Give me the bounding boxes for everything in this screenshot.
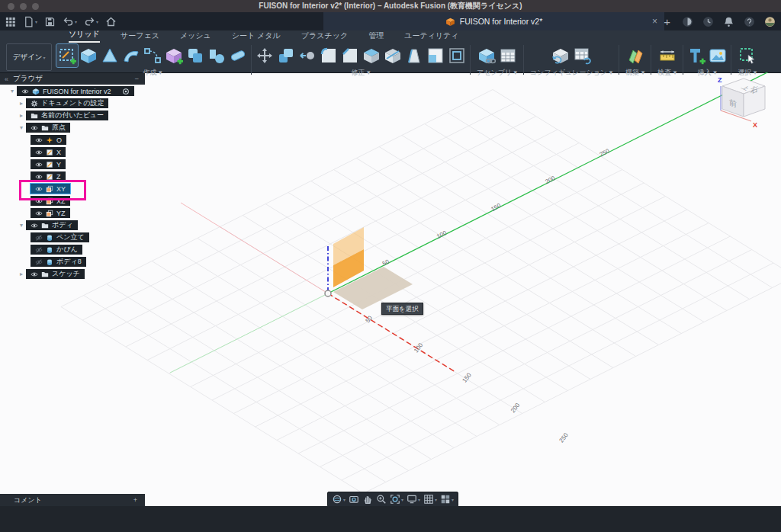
draft-icon[interactable] [403,44,425,67]
avatar-icon[interactable] [763,15,776,28]
extrude-icon[interactable] [78,44,99,67]
expand-arrow-icon[interactable]: ▸ [17,100,26,107]
collapse-arrow-icon[interactable]: ▾ [17,222,26,229]
apps-grid-icon[interactable] [5,16,16,27]
visibility-eye-icon[interactable] [35,161,43,168]
chamfer-icon[interactable] [339,44,361,67]
measure-icon[interactable] [657,44,678,67]
visibility-eye-icon[interactable] [31,271,38,278]
pipe-icon[interactable] [227,44,249,67]
new-component-icon[interactable] [476,44,497,67]
visibility-eye-icon[interactable] [31,124,38,132]
shell-icon[interactable] [361,44,382,67]
zoom-icon[interactable] [375,493,387,505]
recent-icon[interactable] [702,15,715,28]
notifications-icon[interactable] [722,15,735,28]
scale-icon[interactable] [425,44,446,67]
help-icon[interactable] [743,15,756,28]
display-settings-icon[interactable]: ▾ [406,493,421,505]
primitive-box-icon[interactable] [185,44,206,67]
collapse-arrow-icon[interactable]: ▾ [8,88,17,95]
fillet-icon[interactable] [318,44,339,67]
comments-bar[interactable]: コメント + [0,494,145,506]
browser-item-plane-yz[interactable]: YZ [31,208,70,218]
grid-settings-icon[interactable]: ▾ [423,493,438,505]
browser-item-root[interactable]: FUISON for Interior v2 [17,86,134,96]
create-sketch-icon[interactable] [56,44,78,67]
origin-point[interactable] [325,290,331,296]
visibility-eye-icon[interactable] [35,210,43,217]
joint-icon[interactable] [497,44,519,67]
loft-icon[interactable] [99,44,121,67]
undo-icon[interactable]: ▾ [63,16,77,27]
press-pull-icon[interactable] [275,44,297,67]
select-icon[interactable] [737,44,758,67]
minimize-panel-icon[interactable]: − [134,75,139,83]
browser-row-axis-x: X [0,147,134,157]
derive-icon[interactable] [142,44,163,67]
browser-item-document-settings[interactable]: ドキュメントの設定 [26,98,108,108]
browser-item-body-8[interactable]: ボディ8 [31,257,86,267]
browser-item-body-vase[interactable]: かびん [31,245,82,255]
ribbon-tab-2[interactable]: メッシュ [180,30,211,43]
expand-arrow-icon[interactable]: ▸ [17,112,26,119]
gear-icon [31,100,38,107]
insert-canvas-icon[interactable] [707,44,728,67]
collapse-panel-icon[interactable]: « [5,75,8,83]
construct-plane-icon[interactable] [625,44,646,67]
insert-decal-icon[interactable] [686,44,707,67]
browser-item-sketches[interactable]: スケッチ [26,269,85,279]
visibility-eye-icon[interactable] [21,88,29,95]
configure-design-icon[interactable] [550,44,571,67]
add-comment-icon[interactable]: + [133,496,137,504]
browser-item-axis-x[interactable]: X [31,147,66,157]
document-tab[interactable]: FUISON for Interior v2* × [323,12,664,30]
home-icon[interactable] [105,16,117,27]
browser-item-origin[interactable]: 原点 [26,123,70,133]
sweep-icon[interactable] [121,44,142,67]
browser-item-named-views[interactable]: 名前の付いたビュー [26,111,108,120]
move-icon[interactable] [254,44,275,67]
ribbon-tab-6[interactable]: ユーティリティ [404,30,458,43]
browser-panel-header[interactable]: « ブラウザ − [0,73,145,85]
browser-item-origin-o[interactable]: O [31,135,66,145]
fit-icon[interactable]: ▾ [389,493,404,505]
ribbon-tab-5[interactable]: 管理 [368,30,384,43]
visibility-eye-icon[interactable] [31,222,38,229]
split-body-icon[interactable] [382,44,403,67]
job-status-icon[interactable] [681,15,694,28]
quick-access-toolbar: ▾▾▾ [5,12,117,30]
visibility-eye-icon[interactable] [35,149,43,156]
expand-arrow-icon[interactable]: ▸ [17,271,26,277]
visibility-eye-icon[interactable] [35,258,43,266]
ribbon-tab-0[interactable]: ソリッド [69,29,100,43]
save-icon[interactable] [44,16,56,27]
create-form-icon[interactable] [163,44,185,67]
visibility-eye-icon[interactable] [35,173,43,181]
revolve-icon[interactable] [206,44,227,67]
activate-component-icon[interactable] [122,88,130,95]
visibility-eye-icon[interactable] [35,246,43,254]
workspace-selector[interactable]: デザイン▾ [6,43,52,71]
browser-item-body-pen-stand[interactable]: ペン立て [31,232,89,242]
visibility-eye-icon[interactable] [35,234,43,242]
new-tab-icon[interactable]: + [664,15,670,28]
look-at-icon[interactable] [348,493,360,505]
close-tab-icon[interactable]: × [652,15,657,27]
ribbon-tab-1[interactable]: サーフェス [121,30,159,43]
offset-face-icon[interactable] [297,44,318,67]
visibility-eye-icon[interactable] [35,136,43,144]
file-icon[interactable]: ▾ [23,16,37,27]
viewports-icon[interactable]: ▾ [439,493,455,505]
configuration-table-icon[interactable] [571,44,593,67]
browser-item-axis-y[interactable]: Y [31,159,66,169]
collapse-arrow-icon[interactable]: ▾ [17,124,26,131]
pattern-icon[interactable] [446,44,468,67]
orbit-icon[interactable]: ▾ [331,493,346,505]
viewcube[interactable]: 上 前 右 Z X [718,76,765,129]
browser-item-bodies[interactable]: ボディ [26,220,78,230]
ribbon-tab-4[interactable]: プラスチック [301,30,348,43]
pan-icon[interactable] [362,493,374,505]
ribbon-tab-3[interactable]: シート メタル [232,30,281,43]
redo-icon[interactable]: ▾ [84,16,98,27]
